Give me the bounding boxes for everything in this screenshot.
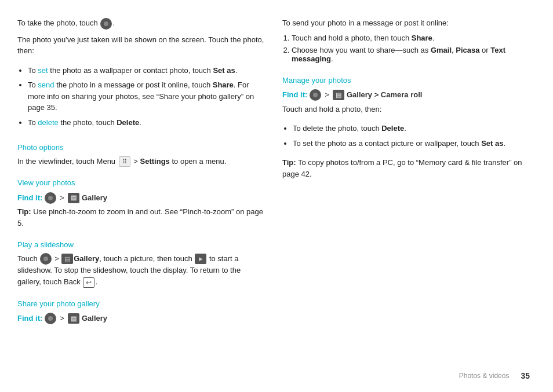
intro-line2: The photo you’ve just taken will be show…	[17, 34, 265, 57]
camera-icon-5	[310, 89, 321, 101]
manage-bullet-set: To set the photo as a contact picture or…	[293, 138, 530, 149]
step-1: Touch and hold a photo, then touch Share…	[292, 34, 530, 42]
camera-icon	[100, 18, 112, 30]
page-footer: Photos & videos 35	[459, 371, 530, 380]
gallery-icon-3	[68, 313, 79, 324]
left-column: To take the photo, touch . The photo you…	[17, 17, 265, 375]
manage-photos-heading: Manage your photos	[282, 75, 530, 86]
share-gallery-find-it: Find it: > Gallery	[17, 313, 265, 325]
share-gallery-heading: Share your photo gallery	[17, 298, 265, 310]
view-photos-tip: Tip: Use pinch-to-zoom to zoom in and ou…	[17, 206, 265, 229]
step-2: Choose how you want to share—such as Gma…	[292, 46, 530, 63]
right-intro: To send your photo in a message or post …	[282, 17, 530, 29]
photo-options-heading: Photo options	[17, 142, 265, 153]
intro-line1: To take the photo, touch .	[17, 17, 265, 30]
photo-options-text: In the viewfinder, touch Menu > Settings…	[17, 156, 265, 167]
steps-list: Touch and hold a photo, then touch Share…	[282, 34, 530, 63]
bullet-delete: To delete the photo, touch Delete.	[28, 117, 265, 129]
back-icon	[83, 277, 94, 288]
bullet-set: To set the photo as a wallpaper or conta…	[28, 65, 265, 76]
page-content: To take the photo, touch . The photo you…	[0, 0, 553, 392]
gallery-icon-1	[68, 193, 79, 203]
gallery-icon-2	[61, 254, 73, 264]
bullet-send: To send the photo in a message or post i…	[28, 79, 265, 113]
camera-icon-4	[45, 313, 56, 324]
manage-photos-touch-text: Touch and hold a photo, then:	[282, 104, 530, 115]
camera-icon-3	[40, 253, 52, 265]
camera-icon-2	[45, 192, 56, 204]
right-column: To send your photo in a message or post …	[282, 17, 530, 375]
play-slideshow-text: Touch > Gallery, touch a picture, then t…	[17, 253, 265, 288]
manage-bullet-delete: To delete the photo, touch Delete.	[293, 123, 530, 134]
gallery-icon-4	[333, 90, 344, 100]
manage-bullets: To delete the photo, touch Delete. To se…	[282, 123, 530, 152]
right-tip: Tip: To copy photos to/from a PC, go to …	[282, 157, 530, 179]
play-icon	[195, 254, 206, 264]
intro-bullets: To set the photo as a wallpaper or conta…	[17, 65, 265, 132]
view-photos-heading: View your photos	[17, 177, 265, 189]
manage-photos-find-it: Find it: > Gallery > Camera roll	[282, 89, 530, 101]
view-photos-find-it: Find it: > Gallery	[17, 192, 265, 204]
play-slideshow-heading: Play a slideshow	[17, 239, 265, 251]
page-number: 35	[521, 371, 530, 380]
section-label: Photos & videos	[459, 372, 510, 380]
menu-icon	[119, 156, 130, 167]
